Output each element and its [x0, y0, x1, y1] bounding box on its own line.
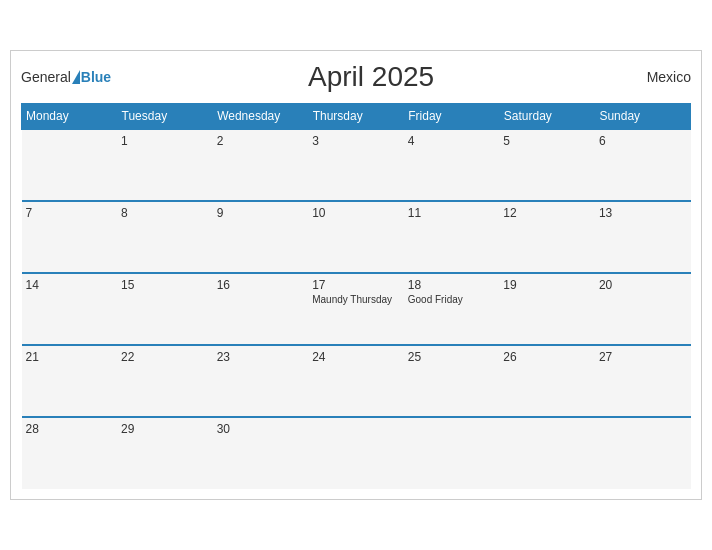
calendar-week-row: 78910111213	[22, 201, 691, 273]
day-number: 29	[121, 422, 209, 436]
holiday-label: Good Friday	[408, 294, 496, 305]
day-number: 4	[408, 134, 496, 148]
calendar-cell: 22	[117, 345, 213, 417]
calendar-cell: 13	[595, 201, 691, 273]
day-number: 2	[217, 134, 305, 148]
calendar-cell: 26	[499, 345, 595, 417]
day-number: 8	[121, 206, 209, 220]
calendar-cell: 10	[308, 201, 404, 273]
country-label: Mexico	[631, 69, 691, 85]
calendar-cell: 24	[308, 345, 404, 417]
day-number: 12	[503, 206, 591, 220]
day-number: 5	[503, 134, 591, 148]
calendar-cell	[404, 417, 500, 489]
calendar-cell: 14	[22, 273, 118, 345]
day-number: 14	[26, 278, 114, 292]
logo-text-general: General	[21, 69, 71, 85]
day-number: 27	[599, 350, 687, 364]
calendar-cell: 17Maundy Thursday	[308, 273, 404, 345]
calendar-cell: 1	[117, 129, 213, 201]
day-number: 30	[217, 422, 305, 436]
col-thursday: Thursday	[308, 104, 404, 130]
day-number: 24	[312, 350, 400, 364]
calendar-week-row: 21222324252627	[22, 345, 691, 417]
calendar-cell: 20	[595, 273, 691, 345]
day-number: 19	[503, 278, 591, 292]
calendar-cell: 25	[404, 345, 500, 417]
calendar-cell: 16	[213, 273, 309, 345]
day-number: 21	[26, 350, 114, 364]
calendar-cell: 7	[22, 201, 118, 273]
calendar-cell: 28	[22, 417, 118, 489]
day-number: 10	[312, 206, 400, 220]
holiday-label: Maundy Thursday	[312, 294, 400, 305]
calendar-cell: 9	[213, 201, 309, 273]
day-number: 7	[26, 206, 114, 220]
calendar-week-row: 14151617Maundy Thursday18Good Friday1920	[22, 273, 691, 345]
day-number: 17	[312, 278, 400, 292]
day-number: 11	[408, 206, 496, 220]
calendar-cell: 27	[595, 345, 691, 417]
calendar-header-row: Monday Tuesday Wednesday Thursday Friday…	[22, 104, 691, 130]
calendar-cell: 11	[404, 201, 500, 273]
day-number: 1	[121, 134, 209, 148]
calendar-cell: 18Good Friday	[404, 273, 500, 345]
calendar-cell: 21	[22, 345, 118, 417]
calendar-cell: 8	[117, 201, 213, 273]
calendar-cell: 3	[308, 129, 404, 201]
col-wednesday: Wednesday	[213, 104, 309, 130]
calendar-cell: 12	[499, 201, 595, 273]
calendar-cell	[499, 417, 595, 489]
calendar-cell	[308, 417, 404, 489]
calendar-cell: 6	[595, 129, 691, 201]
day-number: 15	[121, 278, 209, 292]
col-friday: Friday	[404, 104, 500, 130]
calendar-grid: Monday Tuesday Wednesday Thursday Friday…	[21, 103, 691, 489]
calendar-cell: 5	[499, 129, 595, 201]
col-monday: Monday	[22, 104, 118, 130]
calendar-week-row: 123456	[22, 129, 691, 201]
col-saturday: Saturday	[499, 104, 595, 130]
calendar-week-row: 282930	[22, 417, 691, 489]
day-number: 22	[121, 350, 209, 364]
logo-triangle-icon	[72, 70, 80, 84]
day-number: 28	[26, 422, 114, 436]
day-number: 26	[503, 350, 591, 364]
calendar-cell: 29	[117, 417, 213, 489]
col-tuesday: Tuesday	[117, 104, 213, 130]
day-number: 16	[217, 278, 305, 292]
day-number: 25	[408, 350, 496, 364]
day-number: 6	[599, 134, 687, 148]
day-number: 23	[217, 350, 305, 364]
day-number: 18	[408, 278, 496, 292]
logo-text-blue: Blue	[81, 69, 111, 85]
day-number: 20	[599, 278, 687, 292]
calendar-header: General Blue April 2025 Mexico	[21, 61, 691, 93]
calendar-cell: 23	[213, 345, 309, 417]
calendar-cell: 15	[117, 273, 213, 345]
col-sunday: Sunday	[595, 104, 691, 130]
month-title: April 2025	[111, 61, 631, 93]
day-number: 13	[599, 206, 687, 220]
calendar-cell	[22, 129, 118, 201]
calendar-cell	[595, 417, 691, 489]
day-number: 3	[312, 134, 400, 148]
calendar-cell: 4	[404, 129, 500, 201]
logo: General Blue	[21, 68, 111, 86]
calendar-cell: 30	[213, 417, 309, 489]
calendar-container: General Blue April 2025 Mexico Monday Tu…	[10, 50, 702, 500]
calendar-cell: 19	[499, 273, 595, 345]
day-number: 9	[217, 206, 305, 220]
calendar-cell: 2	[213, 129, 309, 201]
